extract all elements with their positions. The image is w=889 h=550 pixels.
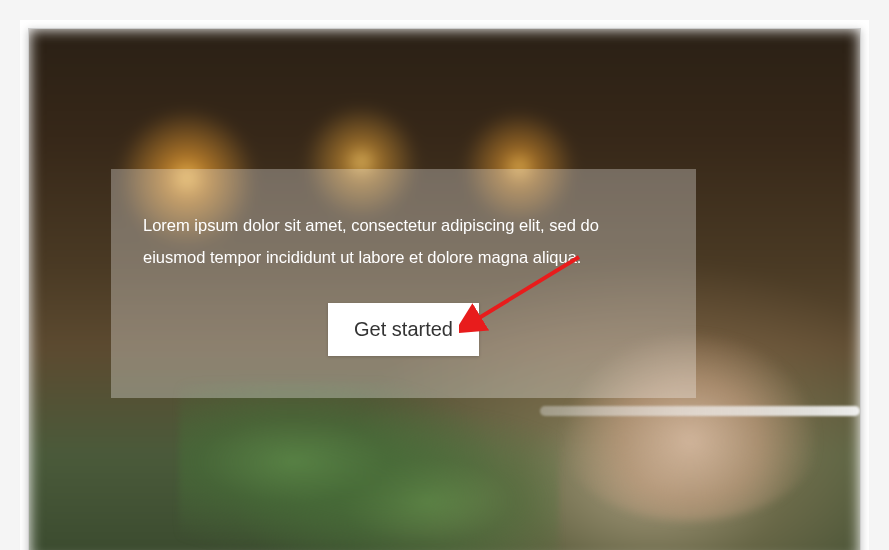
- get-started-button[interactable]: Get started: [328, 303, 479, 356]
- cta-panel: Lorem ipsum dolor sit amet, consectetur …: [111, 169, 696, 398]
- cta-button-wrap: Get started: [143, 303, 664, 356]
- decorative-fork: [540, 406, 860, 416]
- decorative-leaves: [179, 381, 559, 550]
- cta-paragraph: Lorem ipsum dolor sit amet, consectetur …: [143, 209, 664, 273]
- hero-section: Lorem ipsum dolor sit amet, consectetur …: [28, 28, 861, 550]
- screenshot-frame: Lorem ipsum dolor sit amet, consectetur …: [20, 20, 869, 550]
